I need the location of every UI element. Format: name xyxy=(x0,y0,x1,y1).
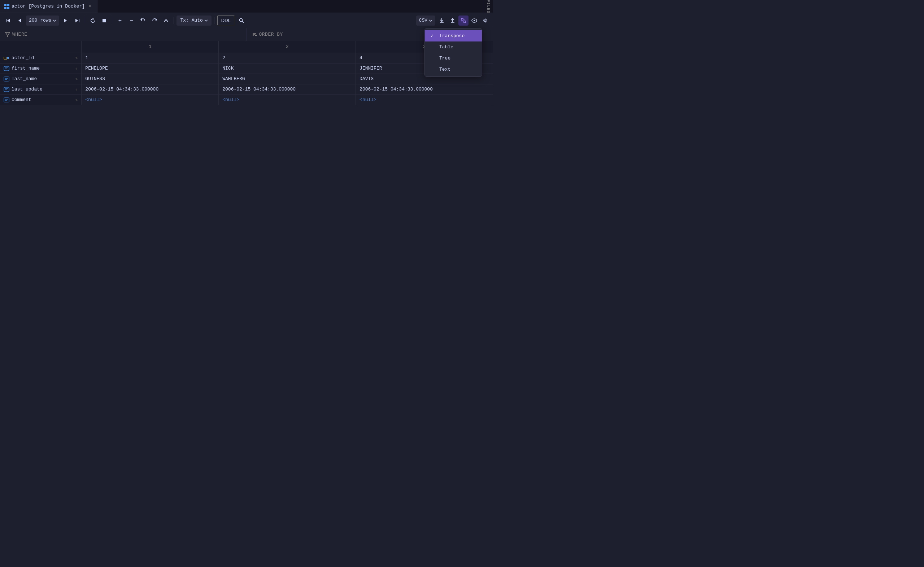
svg-rect-20 xyxy=(461,18,463,20)
data-cell-actor_id-col-2[interactable]: 2 xyxy=(219,52,356,63)
svg-marker-9 xyxy=(75,19,78,22)
rows-selector[interactable]: 200 rows xyxy=(26,15,59,26)
sort-arrows-last_update[interactable]: ⇅ xyxy=(75,87,78,92)
field-type-icon-comment xyxy=(4,97,9,103)
col-1-header: 1 xyxy=(81,41,219,52)
sort-arrows-last_name[interactable]: ⇅ xyxy=(75,77,78,81)
download-button[interactable] xyxy=(437,15,447,26)
files-panel[interactable]: FILES xyxy=(483,0,493,13)
download-icon xyxy=(439,18,444,23)
data-cell-last_update-col-1[interactable]: 2006-02-15 04:34:33.000000 xyxy=(81,84,219,94)
svg-marker-27 xyxy=(5,33,10,37)
submit-icon xyxy=(164,18,168,23)
menu-item-tree[interactable]: Tree xyxy=(425,52,482,64)
tx-chevron-icon xyxy=(204,20,208,22)
divider-2 xyxy=(112,17,112,24)
first-page-button[interactable] xyxy=(3,15,13,26)
menu-label-text: Text xyxy=(439,67,451,72)
last-page-icon xyxy=(75,18,80,23)
field-name-comment: comment xyxy=(12,97,32,102)
upload-icon xyxy=(450,18,455,23)
next-page-icon xyxy=(64,18,68,23)
tx-label: Tx: Auto xyxy=(180,18,203,23)
transpose-icon xyxy=(461,18,466,23)
row-header-last_update: last_update⇅ xyxy=(0,84,81,94)
data-cell-comment-col-2[interactable]: <null> xyxy=(219,94,356,105)
data-grid: 1 2 3 actor_id⇅124first_name⇅PENELOPENIC… xyxy=(0,41,493,105)
preview-button[interactable] xyxy=(469,15,479,26)
refresh-icon xyxy=(90,18,95,23)
tab-title: actor [Postgres in Docker] xyxy=(12,4,85,9)
svg-point-33 xyxy=(7,57,9,59)
grid-icon xyxy=(5,4,9,9)
search-icon xyxy=(239,18,244,23)
data-cell-comment-col-3[interactable]: <null> xyxy=(356,94,493,105)
svg-rect-0 xyxy=(5,4,6,6)
table-row: last_update⇅2006-02-15 04:34:33.00000020… xyxy=(0,84,493,94)
menu-item-text[interactable]: Text xyxy=(425,64,482,75)
menu-check-transpose: ✓ xyxy=(431,33,436,39)
data-cell-actor_id-col-1[interactable]: 1 xyxy=(81,52,219,63)
sort-arrows-actor_id[interactable]: ⇅ xyxy=(75,56,78,60)
menu-label-tree: Tree xyxy=(439,56,451,61)
ddl-button[interactable]: DDL xyxy=(217,15,235,26)
data-cell-first_name-col-1[interactable]: PENELOPE xyxy=(81,63,219,74)
svg-rect-2 xyxy=(5,7,6,9)
divider-3 xyxy=(174,17,174,24)
data-cell-last_name-col-1[interactable]: GUINESS xyxy=(81,74,219,84)
refresh-button[interactable] xyxy=(88,15,98,26)
menu-item-transpose[interactable]: ✓Transpose xyxy=(425,30,482,42)
search-button[interactable] xyxy=(236,15,246,26)
svg-point-26 xyxy=(484,20,486,21)
svg-rect-1 xyxy=(7,4,9,6)
redo-button[interactable] xyxy=(149,15,159,26)
svg-marker-6 xyxy=(18,19,21,22)
data-cell-last_update-col-3[interactable]: 2006-02-15 04:34:33.000000 xyxy=(356,84,493,94)
field-type-icon-last_name xyxy=(4,76,9,82)
next-page-button[interactable] xyxy=(61,15,71,26)
data-cell-first_name-col-2[interactable]: NICK xyxy=(219,63,356,74)
data-cell-comment-col-1[interactable]: <null> xyxy=(81,94,219,105)
sort-arrows-comment[interactable]: ⇅ xyxy=(75,98,78,102)
menu-item-table[interactable]: Table xyxy=(425,42,482,52)
field-name-actor_id: actor_id xyxy=(12,55,34,61)
upload-button[interactable] xyxy=(448,15,458,26)
row-header-comment: comment⇅ xyxy=(0,94,81,105)
table-row: first_name⇅PENELOPENICKJENNIFER xyxy=(0,63,493,74)
data-cell-last_update-col-2[interactable]: 2006-02-15 04:34:33.000000 xyxy=(219,84,356,94)
stop-button[interactable] xyxy=(99,15,110,26)
active-tab[interactable]: actor [Postgres in Docker] × xyxy=(0,0,98,13)
row-header-actor_id: actor_id⇅ xyxy=(0,52,81,63)
view-mode-dropdown: ✓Transpose Table Tree Text xyxy=(424,28,482,77)
tx-selector[interactable]: Tx: Auto xyxy=(176,15,211,26)
add-row-button[interactable]: + xyxy=(115,15,125,26)
svg-rect-38 xyxy=(4,77,9,81)
row-header-first_name: first_name⇅ xyxy=(0,63,81,74)
tab-close-button[interactable]: × xyxy=(87,4,93,9)
filter-bar: WHERE ORDER BY xyxy=(0,28,493,41)
transpose-button[interactable] xyxy=(458,15,469,26)
divider-1 xyxy=(85,17,85,24)
field-name-first_name: first_name xyxy=(12,66,40,71)
settings-button[interactable] xyxy=(480,15,490,26)
csv-selector[interactable]: CSV xyxy=(416,15,435,26)
menu-label-table: Table xyxy=(439,44,453,50)
table-row: last_name⇅GUINESSWAHLBERGDAVIS xyxy=(0,74,493,84)
svg-point-14 xyxy=(239,18,242,21)
field-type-icon-first_name xyxy=(4,66,9,71)
where-section[interactable]: WHERE xyxy=(0,28,247,41)
remove-row-button[interactable]: − xyxy=(126,15,137,26)
submit-button[interactable] xyxy=(161,15,171,26)
data-grid-wrapper: 1 2 3 actor_id⇅124first_name⇅PENELOPENIC… xyxy=(0,41,493,105)
svg-rect-41 xyxy=(4,87,9,92)
table-row: actor_id⇅124 xyxy=(0,52,493,63)
undo-button[interactable] xyxy=(138,15,148,26)
filter-icon xyxy=(5,32,10,37)
csv-chevron-icon xyxy=(429,20,433,22)
settings-icon xyxy=(482,18,488,23)
prev-page-button[interactable] xyxy=(14,15,24,26)
data-cell-last_name-col-2[interactable]: WAHLBERG xyxy=(219,74,356,84)
field-type-icon-last_update xyxy=(4,87,9,92)
last-page-button[interactable] xyxy=(72,15,82,26)
sort-arrows-first_name[interactable]: ⇅ xyxy=(75,66,78,71)
